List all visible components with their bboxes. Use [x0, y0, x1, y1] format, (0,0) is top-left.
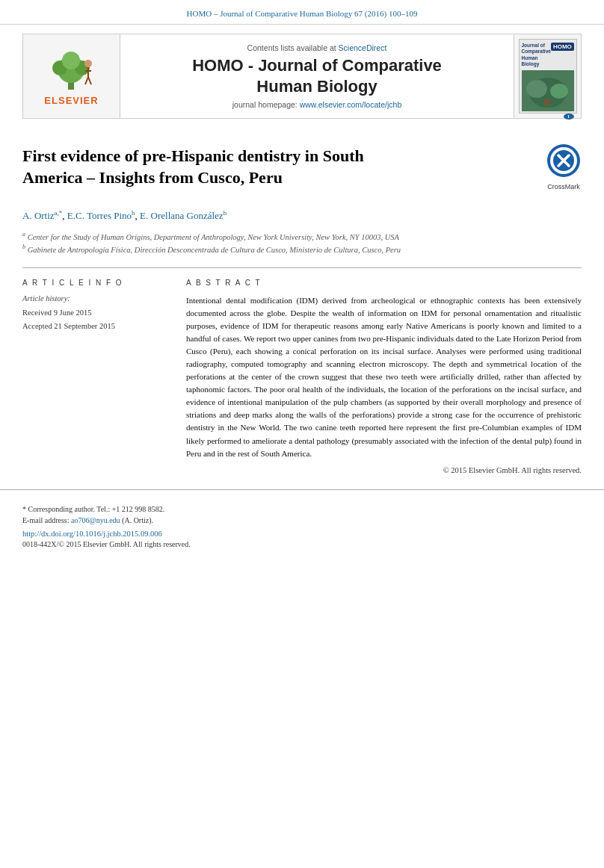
author-a-sup: a,*	[55, 209, 63, 217]
affil-a-sup: a	[22, 231, 25, 238]
author-b-name: E.C. Torres Pino	[67, 211, 132, 222]
contents-prefix: Contents lists available at	[247, 43, 339, 52]
svg-line-9	[88, 77, 91, 84]
corresponding-text: * Corresponding author. Tel.: +1 212 998…	[22, 505, 164, 513]
elsevier-logo-section: ELSEVIER	[23, 34, 120, 118]
article-dates: Received 9 June 2015 Accepted 21 Septemb…	[22, 306, 168, 333]
author-a-name: A. Ortiz	[22, 211, 55, 222]
section-divider	[22, 267, 582, 268]
corresponding-author-note: * Corresponding author. Tel.: +1 212 998…	[22, 503, 582, 526]
affil-a-text: Center for the Study of Human Origins, D…	[28, 232, 399, 241]
cover-journal-label: Journal of ComparativeHuman Biology	[522, 43, 551, 68]
article-info-column: A R T I C L E I N F O Article history: R…	[22, 279, 168, 474]
journal-main-title: HOMO - Journal of Comparative Human Biol…	[192, 55, 442, 96]
cover-illustration	[522, 70, 574, 111]
cover-homo-badge: HOMO	[551, 43, 574, 51]
sciencedirect-link[interactable]: ScienceDirect	[339, 43, 387, 52]
crossmark-section[interactable]: CrossMark	[546, 143, 582, 190]
cover-volume-badge: 1	[564, 114, 574, 120]
page: HOMO – Journal of Comparative Human Biol…	[0, 0, 604, 868]
elsevier-tree-icon	[42, 47, 102, 92]
homepage-prefix: journal homepage:	[232, 100, 300, 109]
received-date: Received 9 June 2015	[22, 306, 168, 320]
abstract-heading: A B S T R A C T	[186, 279, 582, 287]
issn-text: 0018-442X/© 2015 Elsevier GmbH. All righ…	[22, 540, 582, 548]
affil-b-text: Gabinete de Antropología Física, Direcci…	[28, 245, 401, 253]
article-info-heading: A R T I C L E I N F O	[22, 279, 168, 287]
abstract-text: Intentional dental modification (IDM) de…	[186, 294, 582, 460]
journal-title-line2: Human Biology	[256, 77, 377, 96]
affiliations-section: a Center for the Study of Human Origins,…	[22, 230, 582, 256]
email-label: E-mail address:	[22, 516, 69, 524]
svg-line-8	[85, 77, 88, 84]
author-c-name: E. Orellana González	[140, 211, 224, 222]
affil-b-sup: b	[22, 244, 25, 250]
affiliation-a: a Center for the Study of Human Origins,…	[22, 230, 582, 243]
cover-image: Journal of ComparativeHuman Biology HOMO…	[519, 39, 577, 114]
cover-top-area: Journal of ComparativeHuman Biology HOMO	[522, 43, 574, 68]
article-title: First evidence of pre-Hispanic dentistry…	[22, 146, 411, 188]
affiliation-b: b Gabinete de Antropología Física, Direc…	[22, 243, 582, 255]
two-column-section: A R T I C L E I N F O Article history: R…	[22, 279, 582, 474]
journal-homepage-line: journal homepage: www.elsevier.com/locat…	[232, 100, 401, 109]
svg-point-5	[84, 60, 92, 67]
doi-link[interactable]: http://dx.doi.org/10.1016/j.jchb.2015.09…	[22, 530, 582, 538]
footer-section: * Corresponding author. Tel.: +1 212 998…	[0, 489, 604, 559]
journal-cover-section: Journal of ComparativeHuman Biology HOMO…	[514, 34, 581, 118]
accepted-date: Accepted 21 September 2015	[22, 320, 168, 333]
authors-line: A. Ortiza,*, E.C. Torres Pinob, E. Orell…	[22, 209, 582, 222]
journal-header: ELSEVIER Contents lists available at Sci…	[22, 34, 582, 119]
email-link[interactable]: ao706@nyu.edu	[71, 516, 120, 524]
copyright-notice: © 2015 Elsevier GmbH. All rights reserve…	[186, 466, 582, 474]
elsevier-brand-label: ELSEVIER	[44, 95, 98, 106]
homepage-url[interactable]: www.elsevier.com/locate/jchb	[300, 100, 402, 109]
journal-title-section: Contents lists available at ScienceDirec…	[120, 34, 514, 118]
svg-point-4	[62, 52, 80, 69]
journal-title-line1: HOMO - Journal of Comparative	[192, 56, 442, 75]
email-author-name: (A. Ortiz).	[122, 516, 153, 524]
abstract-column: A B S T R A C T Intentional dental modif…	[186, 279, 582, 474]
citation-text: HOMO – Journal of Comparative Human Biol…	[187, 9, 418, 18]
author-c-sup: b	[224, 209, 227, 217]
citation-bar: HOMO – Journal of Comparative Human Biol…	[0, 0, 604, 25]
crossmark-icon	[546, 143, 582, 179]
contents-available-line: Contents lists available at ScienceDirec…	[247, 43, 387, 52]
svg-point-13	[550, 84, 568, 99]
svg-rect-15	[544, 99, 550, 106]
svg-point-12	[526, 80, 547, 98]
main-content: First evidence of pre-Hispanic dentistry…	[0, 119, 604, 474]
crossmark-label: CrossMark	[546, 183, 582, 190]
article-history-label: Article history:	[22, 294, 168, 303]
